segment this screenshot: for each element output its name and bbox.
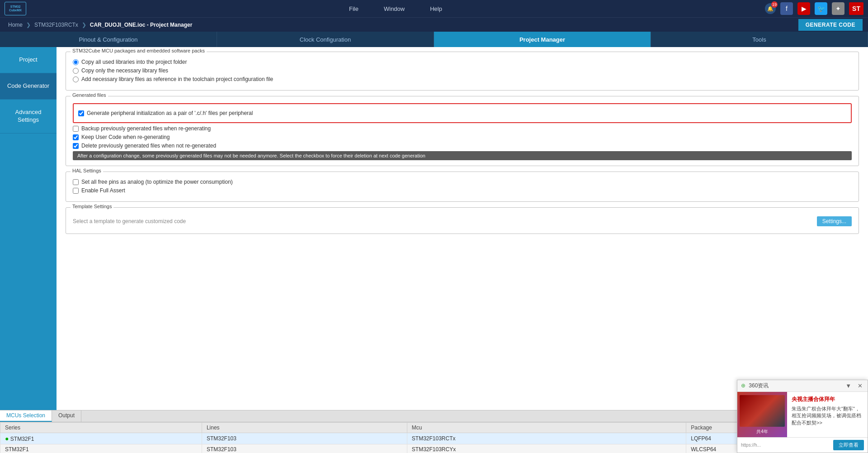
radio-add-reference-label: Add necessary library files as reference… bbox=[81, 76, 273, 82]
top-menu: File Window Help bbox=[26, 4, 765, 14]
menu-file[interactable]: File bbox=[345, 4, 362, 14]
youtube-icon[interactable]: ▶ bbox=[797, 2, 810, 15]
checkbox-delete-previously-input[interactable] bbox=[73, 143, 79, 149]
generate-code-button[interactable]: GENERATE CODE bbox=[798, 19, 863, 31]
checkbox-generate-peripheral-input[interactable] bbox=[78, 110, 84, 116]
bottom-tab-mcus-selection[interactable]: MCUs Selection bbox=[0, 410, 52, 422]
template-settings-content: Select a template to generate customized… bbox=[73, 215, 852, 228]
ad-heading: 央视主播合体拜年 bbox=[792, 396, 863, 403]
top-bar: STM32 CubeMX File Window Help 🔔 19 f ▶ 🐦… bbox=[0, 0, 868, 17]
col-series: Series bbox=[0, 423, 202, 433]
radio-copy-all-label: Copy all used libraries into the project… bbox=[81, 59, 187, 65]
checkbox-keep-user-code[interactable]: Keep User Code when re-generating bbox=[73, 134, 852, 140]
radio-copy-necessary[interactable]: Copy only the necessary library files bbox=[73, 67, 852, 74]
star-network-icon[interactable]: ✦ bbox=[832, 2, 844, 15]
ad-image: 共4年 bbox=[737, 392, 787, 437]
checkbox-backup-generated-input[interactable] bbox=[73, 126, 79, 132]
generated-files-tooltip: After a configuration change, some previ… bbox=[73, 151, 852, 160]
breadcrumb-home[interactable]: Home bbox=[5, 21, 25, 29]
ad-title: ⊕ 360资讯 bbox=[741, 382, 844, 390]
app-logo[interactable]: STM32 CubeMX bbox=[5, 2, 26, 15]
generated-files-content: Generate peripheral initialization as a … bbox=[73, 103, 852, 160]
notification-count: 19 bbox=[771, 1, 778, 8]
cell-mcu: STM32F103RCYx bbox=[407, 444, 686, 453]
col-lines: Lines bbox=[202, 423, 407, 433]
sidebar-item-code-generator[interactable]: Code Generator bbox=[0, 73, 57, 100]
hal-settings-title: HAL Settings bbox=[71, 168, 103, 173]
ad-title-text: 360资讯 bbox=[749, 382, 769, 389]
generated-files-section: Generated files Generate peripheral init… bbox=[66, 96, 859, 166]
ad-footer: https://h... 立即查看 bbox=[737, 437, 868, 453]
cell-lines: STM32F103 bbox=[202, 444, 407, 453]
checkbox-generate-peripheral-label: Generate peripheral initialization as a … bbox=[87, 110, 253, 116]
ad-controls: ▼ ✕ bbox=[844, 382, 864, 389]
cell-series: STM32F1 bbox=[0, 444, 202, 453]
checkbox-backup-generated[interactable]: Backup previously generated files when r… bbox=[73, 125, 852, 132]
notification-badge[interactable]: 🔔 19 bbox=[765, 3, 776, 14]
main-tabs: Pinout & Configuration Clock Configurati… bbox=[0, 32, 868, 47]
checkbox-keep-user-code-label: Keep User Code when re-generating bbox=[81, 134, 170, 140]
stm32cube-packages-section: STM32Cube MCU packages and embedded soft… bbox=[66, 52, 859, 91]
template-settings-title: Template Settings bbox=[71, 204, 113, 209]
ad-panel: ⊕ 360资讯 ▼ ✕ 共4年 央视主播合体拜年 朱迅朱广权合体拜年大"翻车"，… bbox=[737, 380, 868, 453]
stm32cube-packages-title: STM32Cube MCU packages and embedded soft… bbox=[71, 48, 207, 53]
main-content: STM32Cube MCU packages and embedded soft… bbox=[57, 47, 868, 410]
checkbox-enable-full-assert-input[interactable] bbox=[73, 188, 79, 194]
checkbox-enable-full-assert-label: Enable Full Assert bbox=[81, 187, 125, 194]
radio-copy-all[interactable]: Copy all used libraries into the project… bbox=[73, 59, 852, 65]
radio-add-reference-input[interactable] bbox=[73, 76, 79, 82]
breadcrumb-bar: Home ❯ STM32F103RCTx ❯ CAR_DUOJI_ONE.ioc… bbox=[0, 17, 868, 32]
tab-clock[interactable]: Clock Configuration bbox=[217, 32, 434, 47]
template-placeholder-text: Select a template to generate customized… bbox=[73, 218, 817, 224]
cell-mcu: STM32F103RCTx bbox=[407, 433, 686, 444]
ad-cta-button[interactable]: 立即查看 bbox=[833, 440, 864, 450]
checkbox-delete-previously-label: Delete previously generated files when n… bbox=[81, 143, 216, 149]
radio-add-reference[interactable]: Add necessary library files as reference… bbox=[73, 76, 852, 82]
highlighted-checkbox-box: Generate peripheral initialization as a … bbox=[73, 103, 852, 123]
breadcrumb-mcu[interactable]: STM32F103RCTx bbox=[32, 21, 81, 29]
menu-help[interactable]: Help bbox=[426, 4, 446, 14]
breadcrumb-arrow-2: ❯ bbox=[82, 22, 86, 28]
twitter-icon[interactable]: 🐦 bbox=[815, 2, 827, 15]
cell-lines: STM32F103 bbox=[202, 433, 407, 444]
checkbox-set-free-pins-label: Set all free pins as analog (to optimize… bbox=[81, 179, 233, 185]
checkbox-set-free-pins-input[interactable] bbox=[73, 179, 79, 185]
cell-series-text: STM32F1 bbox=[10, 436, 34, 442]
checkbox-generate-peripheral[interactable]: Generate peripheral initialization as a … bbox=[78, 110, 846, 116]
ad-image-label: 共4年 bbox=[756, 429, 768, 435]
top-right-icons: 🔔 19 f ▶ 🐦 ✦ ST bbox=[765, 2, 863, 15]
facebook-icon[interactable]: f bbox=[780, 2, 793, 15]
ad-body: 共4年 央视主播合体拜年 朱迅朱广权合体拜年大"翻车"，相互抢词频频笑场，被调侃… bbox=[737, 392, 868, 437]
tab-project-manager[interactable]: Project Manager bbox=[434, 32, 651, 47]
checkbox-enable-full-assert[interactable]: Enable Full Assert bbox=[73, 187, 852, 194]
st-brand-logo: ST bbox=[849, 2, 863, 15]
tab-tools[interactable]: Tools bbox=[651, 32, 868, 47]
ad-360-icon: ⊕ bbox=[741, 382, 745, 389]
ad-text-content: 央视主播合体拜年 朱迅朱广权合体拜年大"翻车"，相互抢词频频笑场，被调侃搭档配合… bbox=[787, 392, 868, 437]
breadcrumb-project[interactable]: CAR_DUOJI_ONE.ioc - Project Manager bbox=[87, 21, 195, 29]
ad-description: 朱迅朱广权合体拜年大"翻车"，相互抢词频频笑场，被调侃搭档配合不默契>> bbox=[792, 405, 863, 426]
ad-minimize-button[interactable]: ▼ bbox=[844, 382, 853, 389]
radio-copy-necessary-input[interactable] bbox=[73, 68, 79, 74]
ad-close-button[interactable]: ✕ bbox=[856, 382, 864, 389]
hal-settings-content: Set all free pins as analog (to optimize… bbox=[73, 179, 852, 194]
sidebar-item-advanced-settings[interactable]: Advanced Settings bbox=[0, 100, 57, 134]
bottom-tab-output[interactable]: Output bbox=[52, 410, 81, 422]
checkbox-delete-previously[interactable]: Delete previously generated files when n… bbox=[73, 143, 852, 149]
template-settings-section: Template Settings Select a template to g… bbox=[66, 207, 859, 234]
template-settings-button[interactable]: Settings... bbox=[817, 216, 852, 226]
hal-settings-section: HAL Settings Set all free pins as analog… bbox=[66, 172, 859, 202]
cell-series: ● STM32F1 bbox=[0, 433, 202, 444]
stm32cube-packages-content: Copy all used libraries into the project… bbox=[73, 59, 852, 82]
menu-window[interactable]: Window bbox=[380, 4, 408, 14]
ad-header: ⊕ 360资讯 ▼ ✕ bbox=[737, 380, 868, 392]
tab-pinout[interactable]: Pinout & Configuration bbox=[0, 32, 217, 47]
checkbox-backup-generated-label: Backup previously generated files when r… bbox=[81, 125, 211, 132]
checkbox-set-free-pins[interactable]: Set all free pins as analog (to optimize… bbox=[73, 179, 852, 185]
radio-copy-necessary-label: Copy only the necessary library files bbox=[81, 67, 168, 74]
sidebar-item-project[interactable]: Project bbox=[0, 47, 57, 73]
selected-dot: ● bbox=[5, 435, 9, 442]
left-sidebar: Project Code Generator Advanced Settings bbox=[0, 47, 57, 410]
checkbox-keep-user-code-input[interactable] bbox=[73, 134, 79, 140]
radio-copy-all-input[interactable] bbox=[73, 59, 79, 65]
